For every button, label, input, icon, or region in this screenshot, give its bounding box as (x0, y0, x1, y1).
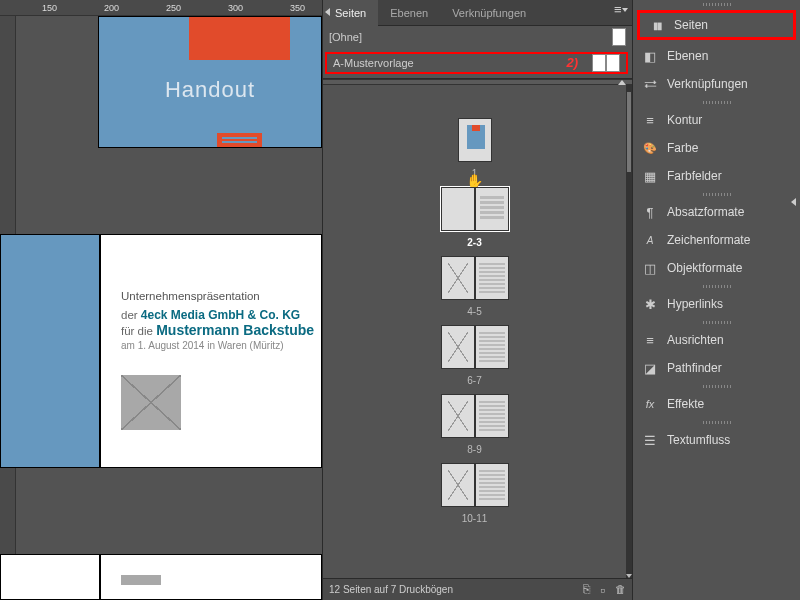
spread-2-3-artboard[interactable]: Unternehmenspräsentation der 4eck Media … (0, 234, 322, 468)
sidebar-item-absatzformate[interactable]: Absatzformate (633, 198, 800, 226)
page-5-artboard[interactable] (100, 554, 322, 600)
sidebar-item-kontur[interactable]: Kontur (633, 106, 800, 134)
master-page-icon (592, 54, 606, 72)
spread-thumb-4-5[interactable]: 4-5 (323, 256, 626, 317)
spread-4-5-artboard[interactable] (0, 554, 322, 600)
master-none-label: [Ohne] (329, 31, 362, 43)
page-4-artboard[interactable] (0, 554, 100, 600)
document-canvas[interactable]: 150 200 250 300 350 Handout Unternehmens… (0, 0, 322, 600)
section-resize-handle[interactable] (323, 79, 632, 85)
character-style-icon (641, 231, 659, 249)
sidebar-item-seiten[interactable]: Seiten (637, 10, 796, 40)
panel-grip[interactable] (633, 382, 800, 390)
sidebar-item-ausrichten[interactable]: Ausrichten (633, 326, 800, 354)
image-placeholder[interactable] (121, 375, 181, 430)
presentation-line3[interactable]: am 1. August 2014 in Waren (Müritz) (121, 340, 321, 351)
swatches-icon (641, 167, 659, 185)
tab-seiten[interactable]: Seiten (323, 0, 378, 26)
stroke-icon (641, 111, 659, 129)
layers-icon (641, 47, 659, 65)
spread-thumb-2-3[interactable]: ✋ 2-3 (323, 187, 626, 248)
links-icon (641, 75, 659, 93)
spread-thumb-10-11[interactable]: 10-11 (323, 463, 626, 524)
new-page-icon[interactable] (600, 582, 605, 598)
presentation-line2[interactable]: für die Mustermann Backstube (121, 322, 321, 338)
master-pages-section: [Ohne] A-Mustervorlage 2) (323, 26, 632, 79)
sidebar-item-objektformate[interactable]: Objektformate (633, 254, 800, 282)
panel-grip[interactable] (633, 418, 800, 426)
align-icon (641, 331, 659, 349)
sidebar-item-verknuepfungen[interactable]: Verknüpfungen (633, 70, 800, 98)
spread-thumb-1[interactable]: 1 (323, 118, 626, 179)
panel-grip[interactable] (633, 318, 800, 326)
panel-menu-icon[interactable] (612, 4, 628, 20)
panel-tabs: Seiten Ebenen Verknüpfungen (323, 0, 632, 26)
spread-thumb-8-9[interactable]: 8-9 (323, 394, 626, 455)
sidebar-item-pathfinder[interactable]: Pathfinder (633, 354, 800, 382)
panel-grip[interactable] (633, 0, 800, 8)
page-count-label: 12 Seiten auf 7 Druckbögen (329, 584, 453, 595)
color-icon (641, 139, 659, 157)
orange-rectangle[interactable] (189, 17, 290, 60)
panel-grip[interactable] (633, 282, 800, 290)
annotation-number: 2) (566, 55, 578, 70)
object-style-icon (641, 259, 659, 277)
sidebar-item-textumfluss[interactable]: Textumfluss (633, 426, 800, 454)
delete-page-icon[interactable] (615, 582, 626, 598)
tab-verknuepfungen[interactable]: Verknüpfungen (440, 0, 538, 26)
page-2-artboard[interactable] (0, 234, 100, 468)
hyperlink-icon (641, 295, 659, 313)
ruler-horizontal: 150 200 250 300 350 (0, 0, 322, 16)
effects-icon (641, 395, 659, 413)
page-thumbnails-list[interactable]: 1 ✋ 2-3 4-5 6-7 8-9 10-11 (323, 110, 626, 580)
page-3-artboard[interactable]: Unternehmenspräsentation der 4eck Media … (100, 234, 322, 468)
spread-thumb-6-7[interactable]: 6-7 (323, 325, 626, 386)
sidebar-item-ebenen[interactable]: Ebenen (633, 42, 800, 70)
edit-page-icon[interactable] (583, 582, 590, 598)
sidebar-item-hyperlinks[interactable]: Hyperlinks (633, 290, 800, 318)
sidebar-item-farbe[interactable]: Farbe (633, 134, 800, 162)
pages-panel: Seiten Ebenen Verknüpfungen [Ohne] A-Mus… (322, 0, 632, 600)
orange-menu-icon[interactable] (217, 133, 262, 147)
panel-grip[interactable] (633, 98, 800, 106)
sidebar-item-zeichenformate[interactable]: Zeichenformate (633, 226, 800, 254)
master-none-row[interactable]: [Ohne] (323, 26, 632, 48)
page-title-text[interactable]: Handout (99, 77, 321, 103)
master-a-row[interactable]: A-Mustervorlage 2) (325, 52, 628, 74)
pathfinder-icon (641, 359, 659, 377)
tab-ebenen[interactable]: Ebenen (378, 0, 440, 26)
paragraph-style-icon (641, 203, 659, 221)
pages-panel-footer: 12 Seiten auf 7 Druckbögen (323, 578, 632, 600)
expand-arrow-icon[interactable] (791, 198, 800, 208)
presentation-heading[interactable]: Unternehmenspräsentation (121, 290, 321, 302)
sidebar-item-farbfelder[interactable]: Farbfelder (633, 162, 800, 190)
textwrap-icon (641, 431, 659, 449)
placeholder-block[interactable] (121, 575, 161, 585)
page-1-artboard[interactable]: Handout (98, 16, 322, 148)
sidebar-item-effekte[interactable]: Effekte (633, 390, 800, 418)
master-page-icon (612, 28, 626, 46)
pages-icon (648, 16, 666, 34)
panel-grip[interactable] (633, 190, 800, 198)
right-sidebar: Seiten Ebenen Verknüpfungen Kontur Farbe… (632, 0, 800, 600)
master-page-icon (606, 54, 620, 72)
presentation-line1[interactable]: der 4eck Media GmbH & Co. KG (121, 308, 321, 322)
master-a-label: A-Mustervorlage (333, 57, 414, 69)
